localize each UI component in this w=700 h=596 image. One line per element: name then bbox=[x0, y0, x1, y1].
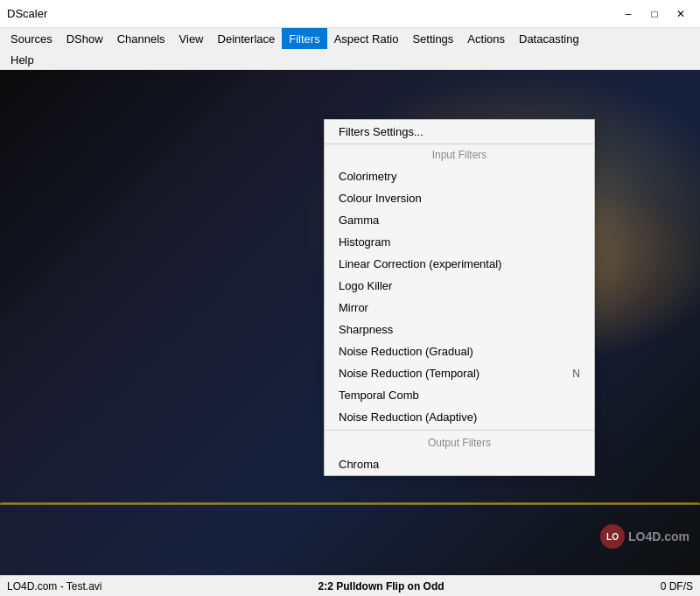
gamma-item[interactable]: Gamma bbox=[325, 209, 594, 231]
menu-settings[interactable]: Settings bbox=[405, 28, 460, 49]
road-line bbox=[0, 502, 700, 505]
output-filters-label: Output Filters bbox=[325, 432, 594, 453]
menu-datacasting[interactable]: Datacasting bbox=[512, 28, 586, 49]
title-bar: DScaler – □ ✕ bbox=[0, 0, 700, 28]
menu-help[interactable]: Help bbox=[4, 49, 41, 70]
watermark-circle: LO bbox=[600, 524, 625, 549]
temporal-comb-item[interactable]: Temporal Comb bbox=[325, 384, 594, 406]
status-mode: 2:2 Pulldown Flip on Odd bbox=[318, 580, 444, 592]
chroma-item[interactable]: Chroma bbox=[325, 453, 594, 475]
linear-correction-item[interactable]: Linear Correction (experimental) bbox=[325, 253, 594, 275]
main-window: DScaler – □ ✕ Sources DShow Channels Vie… bbox=[0, 0, 700, 596]
watermark-text: LO4D.com bbox=[628, 529, 690, 543]
colour-inversion-item[interactable]: Colour Inversion bbox=[325, 187, 594, 209]
filters-dropdown: Filters Settings... Input Filters Colori… bbox=[324, 119, 595, 476]
watermark: LO LO4D.com bbox=[600, 524, 690, 549]
sharpness-item[interactable]: Sharpness bbox=[325, 319, 594, 340]
menu-view[interactable]: View bbox=[172, 28, 211, 49]
menu-row-2: Help bbox=[4, 49, 696, 70]
filters-settings-item[interactable]: Filters Settings... bbox=[325, 120, 594, 144]
minimize-button[interactable]: – bbox=[616, 4, 640, 24]
menu-channels[interactable]: Channels bbox=[110, 28, 172, 49]
status-filename: LO4D.com - Test.avi bbox=[7, 580, 102, 592]
input-filters-label: Input Filters bbox=[325, 144, 594, 165]
window-title: DScaler bbox=[7, 7, 47, 20]
title-bar-controls: – □ ✕ bbox=[616, 4, 693, 24]
temporal-shortcut: N bbox=[572, 368, 580, 380]
status-bar: LO4D.com - Test.avi 2:2 Pulldown Flip on… bbox=[0, 575, 700, 596]
menu-separator bbox=[325, 430, 594, 431]
menu-sources[interactable]: Sources bbox=[4, 28, 60, 49]
noise-reduction-adaptive-item[interactable]: Noise Reduction (Adaptive) bbox=[325, 406, 594, 428]
colorimetry-item[interactable]: Colorimetry bbox=[325, 165, 594, 187]
noise-reduction-gradual-item[interactable]: Noise Reduction (Gradual) bbox=[325, 340, 594, 362]
menu-bar: Sources DShow Channels View Deinterlace … bbox=[0, 28, 700, 70]
menu-dshow[interactable]: DShow bbox=[60, 28, 110, 49]
menu-row-1: Sources DShow Channels View Deinterlace … bbox=[4, 28, 696, 49]
menu-aspect-ratio[interactable]: Aspect Ratio bbox=[327, 28, 406, 49]
noise-reduction-temporal-item[interactable]: Noise Reduction (Temporal) N bbox=[325, 362, 594, 384]
menu-actions[interactable]: Actions bbox=[460, 28, 512, 49]
histogram-item[interactable]: Histogram bbox=[325, 231, 594, 253]
menu-deinterlace[interactable]: Deinterlace bbox=[211, 28, 283, 49]
logo-killer-item[interactable]: Logo Killer bbox=[325, 275, 594, 297]
maximize-button[interactable]: □ bbox=[642, 4, 667, 24]
menu-filters[interactable]: Filters bbox=[282, 28, 326, 49]
title-bar-left: DScaler bbox=[7, 7, 47, 20]
mirror-item[interactable]: Mirror bbox=[325, 297, 594, 319]
close-button[interactable]: ✕ bbox=[668, 4, 693, 24]
video-area: LO LO4D.com Filters Settings... Input Fi… bbox=[0, 70, 700, 575]
status-fps: 0 DF/S bbox=[661, 580, 693, 592]
